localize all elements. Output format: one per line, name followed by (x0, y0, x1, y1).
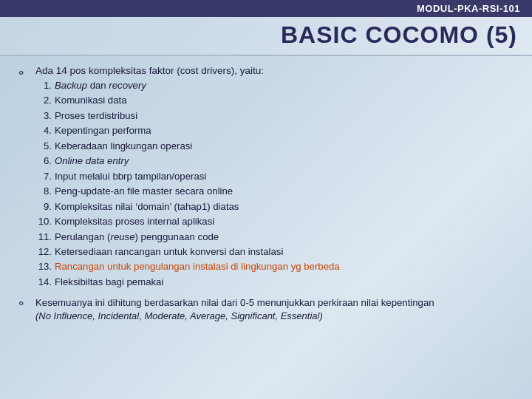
list-item: 13. Rancangan untuk pengulangan instalas… (35, 259, 516, 274)
slide-container: MODUL-PKA-RSI-101 BASIC COCOMO (5) ⚬ Ada… (0, 0, 532, 399)
list-item: 12. Ketersediaan rancangan untuk konvers… (35, 245, 516, 259)
list-item: 7. Input melalui bbrp tampilan/operasi (35, 169, 516, 184)
intro-text: Ada 14 pos kompleksitas faktor (cost dri… (35, 65, 516, 76)
bullet-symbol-1: ⚬ (16, 66, 30, 290)
list-item: 14. Fleksibiltas bagi pemakai (35, 275, 516, 290)
list-item: 5. Keberadaan lingkungan operasi (35, 139, 516, 154)
title-bar: BASIC COCOMO (5) (0, 17, 532, 56)
slide-title: BASIC COCOMO (5) (281, 21, 517, 48)
list-item: 3. Proses terdistribusi (35, 109, 516, 123)
list-item: 4. Kepentingan performa (35, 123, 516, 138)
list-item: 2. Komunikasi data (35, 93, 516, 108)
bullet-section-1: ⚬ Ada 14 pos kompleksitas faktor (cost d… (16, 65, 516, 290)
bullet-content-2: Kesemuanya ini dihitung berdasarkan nila… (35, 296, 516, 321)
cost-drivers-list: 1. Backup dan recovery 2. Komunikasi dat… (35, 78, 516, 290)
list-item: 6. Online data entry (35, 154, 516, 168)
list-item: 11. Perulangan (reuse) penggunaan code (35, 230, 516, 245)
list-item: 8. Peng-update-an file master secara onl… (35, 184, 516, 199)
list-item: 1. Backup dan recovery (35, 78, 516, 93)
bottom-italic: (No Influence, Incidental, Moderate, Ave… (35, 310, 516, 321)
module-label: MODUL-PKA-RSI-101 (417, 3, 520, 14)
list-item: 9. Kompleksitas nilai ‘domain’ (tahap1) … (35, 200, 516, 214)
bottom-note: Kesemuanya ini dihitung berdasarkan nila… (35, 296, 516, 310)
list-item: 10. Kompleksitas proses internal aplikas… (35, 214, 516, 229)
module-header: MODUL-PKA-RSI-101 (0, 0, 532, 17)
content-area: ⚬ Ada 14 pos kompleksitas faktor (cost d… (0, 56, 532, 399)
bullet-content-1: Ada 14 pos kompleksitas faktor (cost dri… (35, 65, 516, 290)
bullet-symbol-2: ⚬ (16, 296, 30, 321)
bullet-section-2: ⚬ Kesemuanya ini dihitung berdasarkan ni… (16, 296, 516, 321)
